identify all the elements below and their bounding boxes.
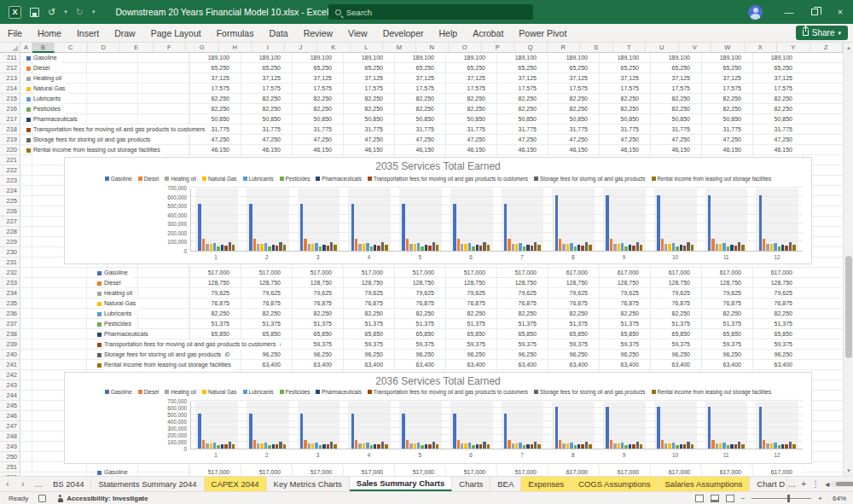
row-header-245[interactable]: 245 bbox=[0, 401, 20, 411]
scroll-down-icon[interactable]: ▼ bbox=[844, 466, 853, 476]
cell[interactable]: 17,575 bbox=[701, 84, 752, 94]
cell[interactable]: 37,125 bbox=[394, 73, 445, 84]
ribbon-tab-formulas[interactable]: Formulas bbox=[209, 24, 262, 43]
row-header-223[interactable]: 223 bbox=[0, 176, 20, 186]
cell[interactable]: 517,000 bbox=[241, 268, 292, 278]
cell[interactable]: 96,250 bbox=[650, 350, 701, 360]
row-header-244[interactable]: 244 bbox=[0, 391, 20, 401]
cell[interactable]: 46,150 bbox=[701, 145, 752, 155]
sheet-tab-salaries-assumptions[interactable]: Salaries Assumptions bbox=[659, 477, 751, 491]
cell[interactable]: 46,150 bbox=[548, 145, 599, 155]
cell[interactable]: 47,250 bbox=[445, 135, 496, 145]
cell[interactable]: 189,100 bbox=[292, 53, 343, 63]
cell[interactable]: 65,250 bbox=[241, 63, 292, 73]
cell[interactable]: 50,850 bbox=[496, 114, 548, 125]
cell[interactable]: 65,250 bbox=[752, 63, 804, 73]
cell[interactable]: 96,250 bbox=[701, 350, 752, 360]
cell[interactable]: 31,775 bbox=[548, 125, 599, 135]
sheet-tab-bea[interactable]: BEA bbox=[490, 477, 521, 491]
cell[interactable]: 46,150 bbox=[189, 145, 241, 155]
sheet-tab-key-metrics-charts[interactable]: Key Metrics Charts bbox=[267, 477, 350, 491]
cell[interactable]: 82,250 bbox=[343, 94, 394, 104]
cell[interactable]: 82,250 bbox=[445, 94, 496, 104]
cell[interactable]: 63,400 bbox=[650, 360, 701, 370]
cell[interactable]: 65,250 bbox=[496, 63, 548, 73]
cell[interactable]: 47,250 bbox=[650, 135, 701, 145]
cell[interactable]: 63,400 bbox=[343, 360, 394, 370]
cell[interactable]: 59,375 bbox=[394, 339, 445, 350]
cell[interactable]: 189,100 bbox=[445, 53, 496, 63]
cell[interactable]: 31,775 bbox=[343, 125, 394, 135]
cell[interactable]: 31,775 bbox=[241, 125, 292, 135]
cell[interactable]: 59,375 bbox=[650, 339, 701, 350]
cell[interactable]: 17,575 bbox=[650, 84, 701, 94]
row-header-229[interactable]: 229 bbox=[0, 237, 20, 247]
undo-icon[interactable]: ↺ bbox=[48, 8, 55, 17]
column-header-K[interactable]: K bbox=[317, 43, 351, 53]
cell[interactable]: 37,125 bbox=[599, 73, 650, 84]
cell[interactable]: 37,125 bbox=[496, 73, 548, 84]
page-break-view-icon[interactable] bbox=[726, 495, 734, 502]
cell[interactable]: 50,850 bbox=[701, 114, 752, 125]
cell[interactable]: 51,375 bbox=[292, 319, 343, 329]
cell[interactable]: 82,250 bbox=[292, 309, 343, 319]
cell[interactable]: 51,375 bbox=[241, 319, 292, 329]
cell[interactable]: 63,400 bbox=[394, 360, 445, 370]
ribbon-tab-review[interactable]: Review bbox=[296, 24, 340, 43]
cell[interactable]: 517,000 bbox=[343, 467, 394, 476]
save-icon[interactable] bbox=[30, 8, 39, 17]
ribbon-tab-file[interactable]: File bbox=[0, 24, 30, 43]
cell[interactable]: 51,375 bbox=[701, 319, 752, 329]
cell[interactable]: 79,625 bbox=[292, 288, 343, 298]
cell[interactable]: 82,250 bbox=[599, 94, 650, 104]
column-header-J[interactable]: J bbox=[285, 43, 318, 53]
cell[interactable]: 65,250 bbox=[548, 63, 599, 73]
cell[interactable]: 65,250 bbox=[292, 63, 343, 73]
accessibility-status[interactable]: Accessibility: Investigate bbox=[67, 495, 148, 502]
cell[interactable]: 63,400 bbox=[445, 360, 496, 370]
cell[interactable]: 617,000 bbox=[752, 467, 804, 476]
cell[interactable]: 37,125 bbox=[445, 73, 496, 84]
sheet-tab-cogs-assumptions[interactable]: COGS Assumptions bbox=[572, 477, 658, 491]
restore-button[interactable] bbox=[802, 0, 827, 24]
row-header-234[interactable]: 234 bbox=[0, 288, 20, 298]
cell[interactable]: 617,000 bbox=[548, 268, 599, 278]
cell[interactable]: 128,750 bbox=[548, 278, 599, 288]
cell[interactable]: 79,625 bbox=[189, 288, 241, 298]
cell[interactable]: 17,575 bbox=[292, 84, 343, 94]
cell[interactable]: 76,875 bbox=[292, 298, 343, 309]
cell[interactable]: 17,575 bbox=[599, 84, 650, 94]
ribbon-tab-draw[interactable]: Draw bbox=[107, 24, 143, 43]
sheet-tab-capex-2044[interactable]: CAPEX 2044 bbox=[205, 477, 267, 491]
cell[interactable]: 51,375 bbox=[752, 319, 804, 329]
cell[interactable]: 65,850 bbox=[241, 329, 292, 339]
vertical-scroll-thumb[interactable] bbox=[845, 256, 852, 358]
zoom-slider-thumb[interactable] bbox=[787, 495, 790, 502]
cell[interactable]: 51,375 bbox=[343, 319, 394, 329]
row-header-215[interactable]: 215 bbox=[0, 94, 20, 104]
column-header-M[interactable]: M bbox=[383, 43, 416, 53]
column-header-B[interactable]: B bbox=[32, 43, 55, 53]
cell[interactable]: 96,250 bbox=[548, 350, 599, 360]
cell[interactable]: 189,100 bbox=[701, 53, 752, 63]
cell[interactable]: 17,575 bbox=[189, 84, 241, 94]
cell[interactable]: 51,375 bbox=[496, 319, 548, 329]
cell[interactable]: 65,250 bbox=[599, 63, 650, 73]
cell[interactable]: 96,250 bbox=[599, 350, 650, 360]
row-header-211[interactable]: 211 bbox=[0, 53, 20, 63]
cell[interactable]: 76,875 bbox=[701, 298, 752, 309]
row-header-222[interactable]: 222 bbox=[0, 165, 20, 176]
cell[interactable]: 128,750 bbox=[701, 278, 752, 288]
cell[interactable]: 128,750 bbox=[394, 278, 445, 288]
cell[interactable]: 63,400 bbox=[292, 360, 343, 370]
cell[interactable]: 31,775 bbox=[445, 125, 496, 135]
cell[interactable]: 82,250 bbox=[496, 104, 548, 114]
chart-2035[interactable]: 2035 Services Total EarnedGasolineDiesel… bbox=[64, 157, 812, 264]
cell[interactable]: 517,000 bbox=[445, 467, 496, 476]
cell[interactable]: 617,000 bbox=[599, 467, 650, 476]
cell[interactable]: 517,000 bbox=[292, 467, 343, 476]
row-header-243[interactable]: 243 bbox=[0, 380, 20, 391]
row-header-219[interactable]: 219 bbox=[0, 135, 20, 145]
cell[interactable]: 128,750 bbox=[189, 278, 241, 288]
cell[interactable]: 37,125 bbox=[189, 73, 241, 84]
